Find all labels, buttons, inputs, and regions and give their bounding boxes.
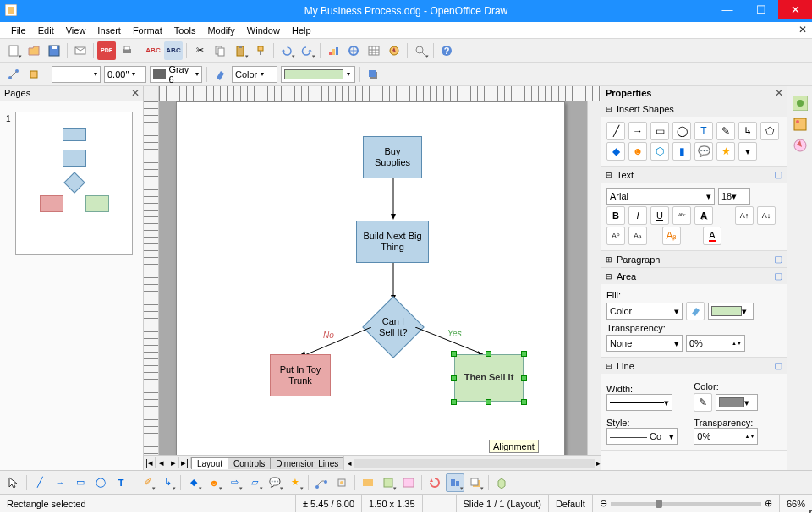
text-tool[interactable]: T <box>694 122 713 140</box>
fill-color-combo[interactable]: ▾ <box>708 303 754 320</box>
stars-draw[interactable]: ★ <box>286 473 304 492</box>
vertical-ruler[interactable] <box>144 101 159 455</box>
vertical-scrollbar[interactable] <box>587 101 601 455</box>
save-button[interactable] <box>45 41 63 60</box>
underline-button[interactable]: U <box>650 206 669 225</box>
zoom-button[interactable] <box>411 41 430 60</box>
line-transparency[interactable]: 0%▲▼ <box>694 428 758 445</box>
glue-toggle[interactable] <box>332 473 351 492</box>
pages-panel-close[interactable]: ✕ <box>131 87 140 99</box>
font-size-combo[interactable]: 18 ▾ <box>718 188 750 205</box>
rect-tool[interactable]: ▭ <box>650 122 669 140</box>
navigator-button[interactable] <box>385 41 403 60</box>
section-paragraph[interactable]: ⊞Paragraph▢ <box>601 251 787 267</box>
symbol-shapes[interactable]: ◆ <box>606 142 625 161</box>
paste-button[interactable] <box>231 41 250 60</box>
rotate-button[interactable] <box>425 473 444 492</box>
area-mode-combo[interactable]: Color▾ <box>232 66 277 83</box>
flowchart-draw[interactable]: ▱ <box>245 473 264 492</box>
close-button[interactable]: ✕ <box>778 0 812 19</box>
font-color-button[interactable]: A <box>703 227 721 245</box>
block-arrows[interactable]: ☻ <box>628 142 647 161</box>
line-style-select[interactable]: ———— Co▾ <box>606 428 678 445</box>
from-file-button[interactable] <box>379 473 398 492</box>
basic-shapes-tool[interactable]: ⬠ <box>760 122 779 140</box>
page-thumbnail[interactable] <box>15 112 133 255</box>
ellipse-draw-tool[interactable]: ◯ <box>91 473 110 492</box>
menu-help[interactable]: Help <box>286 24 317 37</box>
line-color-pen[interactable]: ✎ <box>694 393 712 412</box>
format-paintbrush-button[interactable] <box>251 41 270 60</box>
superscript-button[interactable]: Aᵇ <box>606 227 625 245</box>
select-tool[interactable] <box>4 473 23 492</box>
mail-button[interactable] <box>71 41 90 60</box>
chart-button[interactable] <box>324 41 343 60</box>
flowchart-shapes[interactable]: ⬡ <box>650 142 669 161</box>
new-button[interactable] <box>4 41 23 60</box>
extrusion-button[interactable] <box>492 473 511 492</box>
copy-button[interactable] <box>211 41 229 60</box>
menu-modify[interactable]: Modify <box>201 24 240 37</box>
menu-view[interactable]: View <box>60 24 92 37</box>
minimize-button[interactable]: — <box>710 0 744 19</box>
more-shapes[interactable]: ▾ <box>738 142 757 161</box>
strike-button[interactable]: ᴬᴮᶜ <box>672 206 691 225</box>
curve-draw-tool[interactable]: ✐ <box>138 473 156 492</box>
section-area[interactable]: ⊟Area▢ <box>601 268 787 284</box>
tab-prev[interactable]: ◂ <box>156 457 167 468</box>
transparency-mode-combo[interactable]: None▾ <box>606 335 683 352</box>
line-color-select[interactable]: ▾ <box>716 394 758 411</box>
print-button[interactable] <box>118 41 136 60</box>
italic-button[interactable]: I <box>628 206 647 225</box>
arrow-tool[interactable]: → <box>628 122 647 140</box>
increase-font[interactable]: A↑ <box>735 206 754 225</box>
highlight-button[interactable]: Aᵦ <box>662 227 681 245</box>
connector-tool[interactable]: ↳ <box>738 122 757 140</box>
area-color-combo[interactable]: ▾ <box>281 66 355 83</box>
tab-layout[interactable]: Layout <box>191 457 228 469</box>
line-tool[interactable]: ╱ <box>606 122 625 140</box>
shadow-text-button[interactable]: A <box>694 206 713 225</box>
stars[interactable]: 💬 <box>694 142 713 161</box>
gallery-button[interactable] <box>399 473 418 492</box>
line-width-select[interactable]: ▾ <box>606 394 672 411</box>
points-toggle[interactable] <box>312 473 331 492</box>
tab-controls[interactable]: Controls <box>228 457 271 469</box>
hyperlink-button[interactable] <box>344 41 363 60</box>
shape-thensell[interactable]: Then Sell It <box>454 354 524 402</box>
gluepoints-button[interactable] <box>25 65 43 84</box>
shape-toytrunk[interactable]: Put In Toy Trunk <box>270 354 331 396</box>
curve-tool[interactable]: ✎ <box>716 122 735 140</box>
shadow-button[interactable] <box>364 65 382 84</box>
arrows-draw[interactable]: ⇨ <box>225 473 244 492</box>
fill-bucket[interactable] <box>686 302 705 320</box>
menu-insert[interactable]: Insert <box>91 24 127 37</box>
shape-build[interactable]: Build Next Big Thing <box>356 221 429 263</box>
tab-first[interactable]: |◂ <box>144 457 156 468</box>
sidebar-navigator-icon[interactable] <box>791 136 809 155</box>
tab-next[interactable]: ▸ <box>167 457 179 468</box>
help-button[interactable]: ? <box>437 41 456 60</box>
cut-button[interactable]: ✂ <box>190 41 209 60</box>
menu-tools[interactable]: Tools <box>168 24 202 37</box>
tab-dimension[interactable]: Dimension Lines <box>270 457 344 469</box>
fontwork-button[interactable] <box>359 473 377 492</box>
zoom-slider[interactable]: ⊖⊕ <box>593 495 780 512</box>
arrange-button[interactable] <box>466 473 485 492</box>
autospell-button[interactable]: ABC <box>164 41 183 60</box>
horizontal-ruler[interactable] <box>144 86 601 101</box>
star-tool[interactable]: ★ <box>716 142 735 161</box>
decrease-font[interactable]: A↓ <box>757 206 776 225</box>
line-width-combo[interactable]: 0.00"▾ <box>104 66 146 83</box>
open-button[interactable] <box>25 41 43 60</box>
close-document-button[interactable]: ✕ <box>798 24 807 36</box>
menu-edit[interactable]: Edit <box>32 24 60 37</box>
menu-format[interactable]: Format <box>127 24 168 37</box>
undo-button[interactable] <box>277 41 296 60</box>
rect-draw-tool[interactable]: ▭ <box>71 473 90 492</box>
redo-button[interactable] <box>298 41 316 60</box>
shape-buy[interactable]: Buy Supplies <box>363 136 422 178</box>
subscript-button[interactable]: Aᵦ <box>628 227 647 245</box>
sidebar-gallery-icon[interactable] <box>791 115 809 134</box>
section-line[interactable]: ⊟Line▢ <box>601 358 787 374</box>
